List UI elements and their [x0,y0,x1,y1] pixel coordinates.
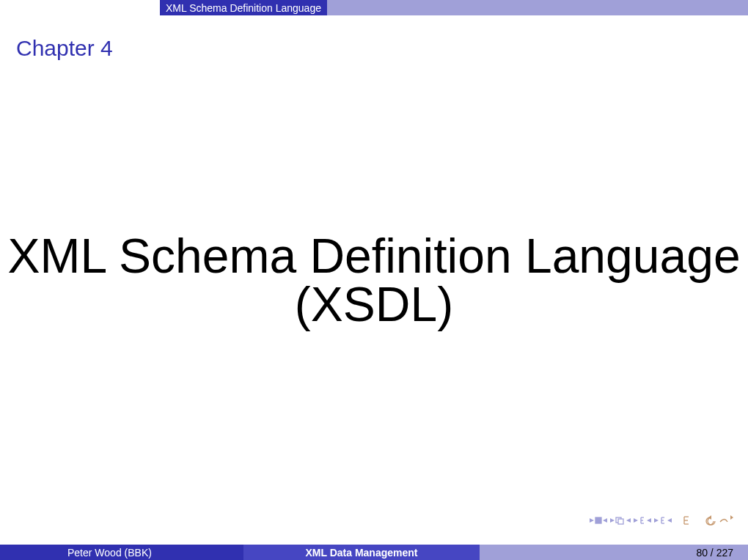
svg-marker-24 [730,515,733,520]
nav-next-icon[interactable] [654,516,672,525]
slide: XML Schema Definition Language Chapter 4… [0,0,748,560]
footer-page-cell: 80 / 227 [480,545,748,560]
nav-prev-icon[interactable] [634,516,651,525]
footer-bar: Peter Wood (BBK) XML Data Management 80 … [0,545,748,560]
nav-first-icon[interactable] [590,516,607,525]
svg-marker-18 [667,518,672,523]
svg-marker-12 [647,518,651,523]
nav-mode-icon[interactable] [682,516,692,525]
nav-undo-redo-icon[interactable] [705,515,735,526]
svg-rect-5 [618,519,623,524]
svg-marker-3 [610,518,615,523]
slide-body: Chapter 4 XML Schema Definition Language… [0,15,748,545]
svg-marker-7 [634,518,638,523]
nav-icon-row [590,515,735,526]
svg-marker-13 [654,518,659,523]
header-section-tab: XML Schema Definition Language [160,0,327,15]
title-container: XML Schema Definition Language (XSDL) [0,15,748,545]
header-bar: XML Schema Definition Language [0,0,748,15]
footer-author: Peter Wood (BBK) [67,547,152,559]
svg-marker-0 [590,518,594,523]
svg-marker-2 [603,518,607,523]
main-title: XML Schema Definition Language (XSDL) [0,232,748,328]
footer-page-number: 80 / 227 [696,547,733,559]
svg-rect-1 [595,517,601,523]
svg-marker-6 [626,518,631,523]
header-fill [327,0,748,15]
footer-title-cell: XML Data Management [243,545,480,560]
footer-author-cell: Peter Wood (BBK) [0,545,243,560]
header-section-label: XML Schema Definition Language [166,2,321,14]
footer-title: XML Data Management [306,547,418,559]
nav-prev-section-icon[interactable] [610,516,631,525]
header-spacer [0,0,160,15]
